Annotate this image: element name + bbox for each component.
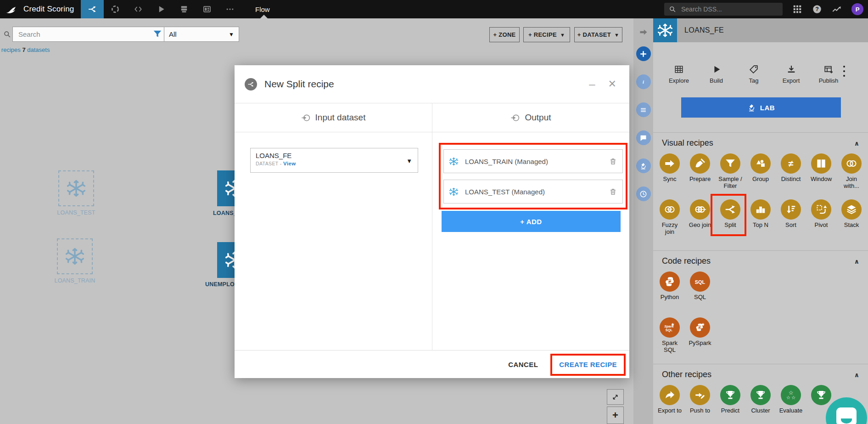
discussions-icon[interactable]	[636, 130, 651, 145]
share-icon	[660, 385, 680, 405]
collapse-section-icon[interactable]: ∧	[854, 258, 859, 265]
funnel-icon	[720, 153, 740, 174]
dashboard-icon[interactable]	[196, 0, 218, 18]
help-icon[interactable]: ?	[812, 4, 822, 14]
collapse-section-icon[interactable]: ∧	[854, 371, 859, 379]
trophy-icon	[811, 385, 831, 405]
recipe-join-with[interactable]: Join with...	[836, 153, 867, 199]
minimize-icon[interactable]: –	[589, 79, 595, 90]
recipe-spark-sql[interactable]: SparkSQLSpark SQL	[655, 317, 685, 363]
jobs-icon[interactable]	[173, 0, 196, 18]
recipe-evaluate[interactable]: ☆☆☆Evaluate	[776, 385, 806, 424]
download-icon	[786, 64, 796, 74]
details-icon[interactable]	[636, 102, 651, 117]
dataset-node-loans-test[interactable]	[58, 170, 94, 206]
dataset-actions-row: ExploreBuildTagExportPublish	[664, 64, 843, 84]
add-recipe-button[interactable]: + RECIPE▼	[523, 27, 570, 42]
svg-text:SQL: SQL	[666, 328, 673, 332]
podium-icon	[750, 199, 771, 220]
dataset-label: UNEMPLOY	[205, 281, 238, 288]
recipe-predict[interactable]: Predict	[715, 385, 745, 424]
recipe-top-n[interactable]: Top N	[745, 199, 776, 245]
user-avatar[interactable]: P	[851, 3, 863, 15]
recipe-window[interactable]: Window	[806, 153, 836, 199]
recipe-sync[interactable]: Sync	[655, 153, 685, 199]
add-dataset-button[interactable]: + DATASET▼	[574, 27, 622, 42]
stars-icon: ☆☆☆	[781, 385, 801, 405]
recipe-export-to[interactable]: Export to	[655, 385, 685, 424]
global-search-input[interactable]	[680, 5, 765, 13]
play-icon[interactable]	[150, 0, 173, 18]
add-output-button[interactable]: + ADD	[442, 211, 621, 232]
flow-icon[interactable]	[81, 0, 104, 18]
collapse-section-icon[interactable]: ∧	[854, 140, 859, 147]
split-highlight-box	[711, 194, 746, 236]
explore-action-button[interactable]: Explore	[664, 64, 694, 84]
recipe-prepare[interactable]: Prepare	[685, 153, 715, 199]
output-dataset-row[interactable]: LOANS_TRAIN (Managed)	[443, 149, 623, 173]
right-panel-strip: i	[633, 18, 653, 424]
arrowR-icon	[660, 153, 680, 174]
lab-icon[interactable]	[636, 158, 651, 173]
chevron-down-icon: ▼	[406, 158, 412, 164]
export-action-button[interactable]: Export	[777, 64, 806, 84]
ring-icon[interactable]	[104, 0, 127, 18]
expand-icon	[611, 393, 619, 401]
flow-filter-select[interactable]: All ▼	[164, 27, 239, 42]
dataiku-logo-icon	[5, 3, 17, 15]
view-link[interactable]: View	[283, 161, 296, 166]
more-actions-icon[interactable]	[843, 66, 845, 77]
recipe-stack[interactable]: Stack	[836, 199, 867, 245]
flow-counts-line: 3 recipes 7 datasets	[0, 46, 50, 53]
filter-funnel-icon[interactable]	[152, 29, 162, 39]
input-dataset-selector[interactable]: LOANS_FE DATASET - View ▼	[250, 148, 418, 173]
recipe-fuzzy-join[interactable]: Fuzzy join	[655, 199, 685, 245]
datasets-count-link[interactable]: datasets	[27, 46, 50, 53]
section-code-recipes: Code recipes∧PythonSQLSQLSparkSQLSpark S…	[653, 250, 868, 363]
modal-footer: CANCEL CREATE RECIPE	[235, 350, 629, 379]
snowflake-icon	[67, 179, 85, 198]
publish-action-button[interactable]: Publish	[814, 64, 843, 84]
global-search[interactable]	[664, 3, 783, 16]
recipe-distinct[interactable]: ≠Distinct	[776, 153, 806, 199]
flow-search-input[interactable]	[17, 30, 171, 39]
recipe-pivot[interactable]: Pivot	[806, 199, 836, 245]
history-icon[interactable]	[636, 187, 651, 201]
sortlines-icon	[781, 199, 801, 220]
zoom-in-button[interactable]: +	[607, 407, 624, 424]
lab-button[interactable]: LAB	[681, 97, 841, 118]
output-dataset-row[interactable]: LOANS_TEST (Managed)	[443, 180, 623, 204]
delete-output-icon[interactable]	[609, 188, 617, 196]
recipe-python[interactable]: Python	[655, 271, 685, 317]
recipe-sample-filter[interactable]: Sample / Filter	[715, 153, 745, 199]
output-icon	[510, 113, 520, 123]
cancel-button[interactable]: CANCEL	[508, 361, 538, 368]
build-action-button[interactable]: Build	[702, 64, 731, 84]
dataset-node-loans-train[interactable]	[57, 238, 93, 274]
recipes-count-link[interactable]: recipes	[1, 46, 21, 53]
apps-grid-icon[interactable]	[792, 4, 802, 14]
recipe-cluster[interactable]: Cluster	[745, 385, 776, 424]
publish-icon	[823, 64, 834, 74]
project-name[interactable]: Credit Scoring	[23, 5, 74, 14]
code-icon[interactable]	[127, 0, 150, 18]
recipe-split[interactable]: Split	[715, 199, 745, 245]
close-icon[interactable]: ✕	[608, 79, 616, 89]
fit-to-screen-button[interactable]	[607, 389, 624, 405]
recipe-group[interactable]: Group	[745, 153, 776, 199]
chevron-down-icon: ▼	[614, 32, 619, 38]
add-zone-button[interactable]: + ZONE	[489, 27, 520, 42]
collapse-panel-arrow-icon[interactable]	[639, 28, 648, 37]
more-icon[interactable]	[218, 0, 241, 18]
create-recipe-button[interactable]: CREATE RECIPE	[559, 361, 617, 368]
delete-output-icon[interactable]	[609, 158, 617, 165]
recipe-pyspark[interactable]: PySpark	[685, 317, 715, 363]
broom-icon	[690, 153, 710, 174]
recipe-sort[interactable]: Sort	[776, 199, 806, 245]
info-icon[interactable]: i	[636, 74, 651, 89]
activity-icon[interactable]	[832, 4, 842, 14]
tag-action-button[interactable]: Tag	[739, 64, 768, 84]
add-icon[interactable]	[636, 46, 651, 61]
recipe-push-to[interactable]: Push to	[685, 385, 715, 424]
recipe-sql[interactable]: SQLSQL	[685, 271, 715, 317]
